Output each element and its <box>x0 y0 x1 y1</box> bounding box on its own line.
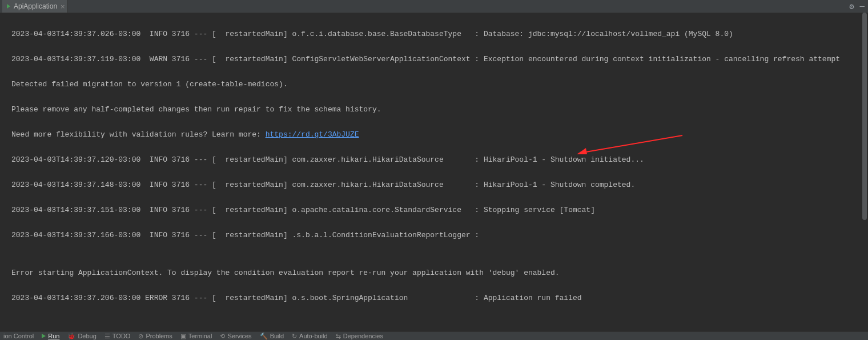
gear-icon[interactable]: ⚙ <box>849 2 854 11</box>
log-line: 2023-04-03T14:39:37.151-03:00 INFO 3716 … <box>11 204 868 217</box>
log-line: 2023-04-03T14:39:37.026-03:00 INFO 3716 … <box>11 28 868 41</box>
log-line: 2023-04-03T14:39:37.166-03:00 INFO 3716 … <box>11 229 868 242</box>
run-tab-apiapplication[interactable]: ApiApplication × <box>2 0 68 13</box>
play-icon <box>42 334 46 338</box>
console-output[interactable]: 2023-04-03T14:39:37.026-03:00 INFO 3716 … <box>0 13 868 331</box>
tool-services[interactable]: ⟲ Services <box>220 333 251 340</box>
todo-icon: ☰ <box>105 333 110 340</box>
tool-terminal[interactable]: ▣ Terminal <box>180 333 212 340</box>
tool-run[interactable]: Run <box>42 333 59 339</box>
log-line: Please remove any half-completed changes… <box>11 103 868 116</box>
problems-icon: ⊘ <box>138 333 143 340</box>
tool-autobuild[interactable]: ↻ Auto-build <box>292 333 328 340</box>
learn-more-link[interactable]: https://rd.gt/3AbJUZE <box>266 130 359 139</box>
tool-version-control[interactable]: ion Control <box>3 333 34 339</box>
tool-dependencies[interactable]: ⇆ Dependencies <box>336 333 383 340</box>
autobuild-icon: ↻ <box>292 333 297 340</box>
log-line: 2023-04-03T14:39:37.120-03:00 INFO 3716 … <box>11 154 868 166</box>
status-bar: ion Control Run 🐞 Debug ☰ TODO ⊘ Problem… <box>0 331 868 340</box>
log-line: 2023-04-03T14:39:37.119-03:00 WARN 3716 … <box>11 53 868 66</box>
scrollbar-thumb[interactable] <box>862 13 867 220</box>
close-icon[interactable]: × <box>61 3 65 10</box>
log-line: 2023-04-03T14:39:37.148-03:00 INFO 3716 … <box>11 179 868 191</box>
minimize-icon[interactable]: — <box>860 2 865 11</box>
log-line: Detected failed migration to version 1 (… <box>11 78 868 91</box>
tab-title: ApiApplication <box>14 2 57 10</box>
bug-icon: 🐞 <box>67 333 75 340</box>
tool-todo[interactable]: ☰ TODO <box>105 333 131 340</box>
log-line: 2023-04-03T14:39:37.206-03:00 ERROR 3716… <box>11 292 868 305</box>
tabbar-right: ⚙ — <box>849 2 865 11</box>
log-line: org.springframework.beans.factory.BeanCr… <box>11 330 868 331</box>
services-icon: ⟲ <box>220 333 225 340</box>
log-line: Error starting ApplicationContext. To di… <box>11 267 868 279</box>
terminal-icon: ▣ <box>180 333 186 340</box>
vertical-scrollbar[interactable] <box>861 13 868 332</box>
dependencies-icon: ⇆ <box>336 333 341 340</box>
tool-debug[interactable]: 🐞 Debug <box>67 333 96 340</box>
log-line: Need more flexibility with validation ru… <box>11 129 868 141</box>
play-icon <box>7 4 10 9</box>
run-tabbar: ApiApplication × ⚙ — <box>0 0 868 13</box>
tool-build[interactable]: 🔨 Build <box>260 333 284 340</box>
hammer-icon: 🔨 <box>260 333 268 340</box>
tabbar-left: ApiApplication × <box>2 0 68 13</box>
tool-problems[interactable]: ⊘ Problems <box>138 333 172 340</box>
